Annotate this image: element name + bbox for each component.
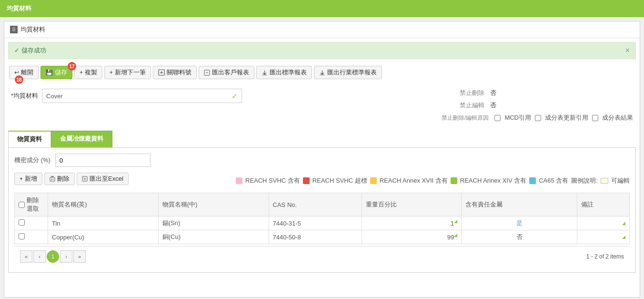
download-icon (262, 70, 268, 76)
checkbox-row: MCD引用 成分表更新引用 成分表結果 (494, 113, 633, 122)
th-responsible-metal: 含有責任金屬 (462, 193, 577, 217)
legend-editable-box (601, 178, 608, 184)
export-standard-button[interactable]: 匯出標準報表 (256, 66, 312, 79)
pag-buttons: « ‹ 1 › » (20, 250, 86, 263)
leave-button[interactable]: ↩ 離開 (9, 66, 39, 79)
legend-svhc-exceed (303, 177, 310, 184)
tab-content-substance: 機密成分 (%) + 新增 刪除 匯出至Excel (8, 147, 636, 273)
close-banner-button[interactable]: × (625, 46, 630, 55)
th-name-en: 物質名稱(英) (48, 193, 159, 217)
add-row-button[interactable]: + 新增 (14, 173, 42, 185)
tab-metal[interactable]: 金屬冶煉廠資料 (51, 131, 112, 147)
th-weight: 重量百分比 (362, 193, 462, 217)
first-page-button[interactable]: « (20, 250, 32, 263)
grid-icon: ☰ (10, 26, 18, 33)
legend-svhc-present (236, 177, 242, 184)
no-edit-value: 否 (490, 101, 496, 110)
save-button-wrapper: 💾 儲存 17 (40, 66, 72, 79)
material-name-label: *均質材料 (11, 92, 38, 100)
row-2-triangle (454, 234, 457, 237)
material-name-field[interactable]: ✓ (42, 89, 242, 103)
tab-substance[interactable]: 物質資料 (8, 131, 51, 147)
legend-annex14 (451, 177, 457, 184)
row-1-name-zh[interactable]: 錫(Sn) (158, 217, 269, 230)
form-section: *均質材料 ✓ 禁止刪除 否 禁止編輯 否 禁止刪除/編輯原因 MCD引用 (4, 82, 640, 126)
row-2-weight: 99 (362, 230, 462, 244)
form-left: *均質材料 ✓ (11, 89, 242, 103)
no-delete-value: 否 (490, 89, 496, 97)
tabs-section: 物質資料 金屬冶煉廠資料 機密成分 (%) + 新增 刪除 (8, 131, 636, 273)
row-1-weight: 1 (362, 217, 462, 230)
download-icon2 (319, 70, 325, 76)
pagination-info: 1 - 2 of 2 items (586, 253, 624, 260)
mcd-checkbox[interactable] (494, 115, 501, 121)
export-customer-button[interactable]: 匯出客戶報表 (199, 66, 254, 79)
row-2-name-en[interactable]: Copper(Cu) (48, 230, 159, 244)
legend-ca65-label: CA65 含有 (539, 176, 568, 185)
delete-row-button[interactable]: 刪除 (44, 173, 75, 185)
form-right: 禁止刪除 否 禁止編輯 否 禁止刪除/編輯原因 MCD引用 成分表更新引用 成分… (442, 89, 633, 122)
legend-annex14-label: REACH Annex XIV 含有 (460, 176, 526, 185)
svg-rect-5 (50, 177, 55, 181)
app-title: 均質材料 (7, 4, 31, 13)
select-all-checkbox[interactable] (19, 202, 25, 208)
table-toolbar: + 新增 刪除 匯出至Excel (14, 173, 129, 185)
legend-annex17-label: REACH Annex XVII 含有 (380, 176, 448, 185)
badge-17: 17 (68, 62, 76, 71)
table-toolbar-row: + 新增 刪除 匯出至Excel REACH SVHC 含有 REACH (14, 173, 630, 189)
delete-icon (50, 176, 55, 182)
main-container: ☰ 均質材料 ✓ 儲存成功 × ↩ 離開 💾 儲存 17 + 複製 + 新增下一… (4, 21, 640, 298)
table-row: Copper(Cu) 銅(Cu) 7440-50-8 99 否 (15, 230, 630, 244)
row-2-checkbox[interactable] (19, 233, 25, 239)
prev-page-button[interactable]: ‹ (33, 250, 46, 263)
tabs-header: 物質資料 金屬冶煉廠資料 (8, 131, 636, 147)
legend-ca65 (529, 177, 536, 184)
add-next-button[interactable]: + 新增下一筆 (104, 66, 151, 79)
row-1-remarks-triangle (622, 222, 625, 225)
row-1-remarks (577, 217, 630, 230)
density-label: 機密成分 (%) (14, 156, 50, 165)
table-row: Tin 錫(Sn) 7440-31-5 1 是 (15, 217, 630, 230)
th-name-zh: 物質名稱(中) (158, 193, 269, 217)
excel-icon (82, 176, 88, 182)
no-edit-row: 禁止編輯 否 (442, 101, 633, 110)
export-industry-button[interactable]: 匯出行業標準報表 (314, 66, 382, 79)
link-icon (158, 69, 165, 76)
legend-explain-label: 圖例說明: (571, 176, 598, 185)
pagination: « ‹ 1 › » 1 - 2 of 2 items (14, 246, 630, 267)
page-1-button[interactable]: 1 (47, 250, 59, 263)
row-2-name-zh[interactable]: 銅(Cu) (158, 230, 269, 244)
density-row: 機密成分 (%) (14, 154, 630, 167)
row-1-name-en[interactable]: Tin (48, 217, 159, 230)
no-delete-row: 禁止刪除 否 (442, 89, 633, 97)
row-1-checkbox[interactable] (19, 219, 25, 226)
legend-annex17 (370, 177, 377, 184)
row-1-check-cell (15, 217, 48, 230)
row-1-cas: 7440-31-5 (269, 217, 362, 230)
no-edit-label: 禁止編輯 (442, 101, 484, 110)
row-2-check-cell (15, 230, 48, 244)
th-delete-select: 刪除選取 (15, 193, 48, 217)
material-name-input[interactable] (46, 93, 231, 100)
row-1-triangle (454, 220, 457, 223)
next-page-button[interactable]: › (60, 250, 72, 263)
copy-button[interactable]: + 複製 (74, 66, 102, 79)
no-delete-edit-reason-row: 禁止刪除/編輯原因 MCD引用 成分表更新引用 成分表結果 (442, 113, 633, 122)
success-message: ✓ 儲存成功 (14, 46, 46, 55)
last-page-button[interactable]: » (73, 250, 86, 263)
breadcrumb-label: 均質材料 (20, 25, 45, 34)
composition-result-checkbox[interactable] (592, 115, 598, 121)
export-excel-button[interactable]: 匯出至Excel (77, 173, 129, 185)
density-input[interactable] (55, 154, 151, 167)
breadcrumb: ☰ 均質材料 (4, 21, 640, 38)
composition-update-label: 成分表更新引用 (545, 113, 588, 122)
substance-table: 刪除選取 物質名稱(英) 物質名稱(中) CAS No. 重量百分比 含有責任金… (14, 193, 630, 244)
no-delete-label: 禁止刪除 (442, 89, 484, 97)
composition-result-label: 成分表結果 (602, 113, 633, 122)
related-button[interactable]: 關聯料號 (153, 66, 197, 79)
legend-svhc-exceed-label: REACH SVHC 超標 (312, 176, 367, 185)
row-2-responsible-metal: 否 (462, 230, 577, 244)
badge-18: 18 (15, 75, 23, 84)
mcd-label: MCD引用 (504, 113, 531, 122)
composition-update-checkbox[interactable] (535, 115, 541, 121)
